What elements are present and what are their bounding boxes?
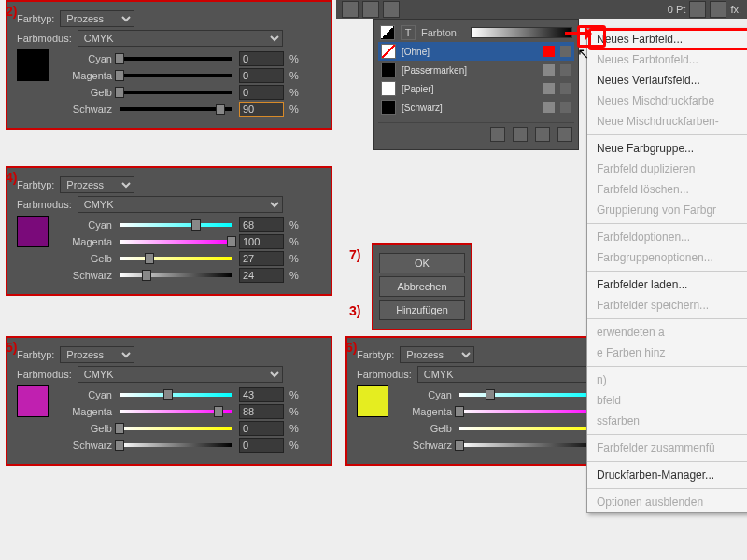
gelb-value[interactable] <box>239 85 284 100</box>
farbtyp-label: Farbtyp: <box>17 13 54 24</box>
swatch-chip <box>381 81 396 96</box>
step-label-2: 2) <box>6 4 17 19</box>
menu-item: e Farben hinz <box>587 343 747 363</box>
cmyk-panel-4: 4) Farbtyp:Prozess Farbmodus:CMYK Cyan% … <box>6 166 332 296</box>
trash-icon[interactable] <box>557 127 572 142</box>
swatch-type-icon <box>543 102 555 113</box>
swatch-mode-icon <box>560 46 571 57</box>
schwarz-slider[interactable] <box>120 105 232 113</box>
schwarz-value[interactable] <box>239 102 284 117</box>
swatch-name: [Passermarken] <box>402 65 538 76</box>
swatch-row[interactable]: [Ohne] <box>378 42 574 61</box>
schwarz-slider[interactable] <box>459 441 599 449</box>
swatches-footer <box>378 122 574 146</box>
cyan-slider[interactable] <box>120 55 232 63</box>
magenta-slider[interactable] <box>120 238 232 245</box>
swatch-preview <box>17 216 49 247</box>
app-toolbar: 0 Pt fx. <box>336 0 747 19</box>
tb-icon[interactable] <box>362 1 379 18</box>
menu-item: Farbfeldoptionen... <box>587 227 747 247</box>
cursor-icon: ↖ <box>577 45 589 63</box>
menu-item: Neue Mischdruckfarben- <box>587 111 747 132</box>
farbtyp-select[interactable]: Prozess <box>400 346 474 363</box>
gelb-slider[interactable] <box>120 89 232 96</box>
swatch-preview <box>17 385 49 417</box>
menu-item: n) <box>587 370 747 390</box>
swatch-type-icon <box>543 64 555 76</box>
gelb-slider[interactable] <box>459 425 599 432</box>
menu-item: erwendeten a <box>587 322 747 343</box>
swatch-type-icon <box>543 83 555 94</box>
farbtyp-select[interactable]: Prozess <box>60 176 134 193</box>
gelb-slider[interactable] <box>120 255 232 262</box>
menu-item[interactable]: Druckfarben-Manager... <box>587 465 747 485</box>
swatch-preview <box>17 49 49 81</box>
magenta-slider[interactable] <box>120 408 232 415</box>
fill-stroke-icon[interactable] <box>380 25 395 40</box>
swatch-chip <box>381 100 396 115</box>
menu-item: Neues Farbtonfeld... <box>587 49 747 70</box>
magenta-slider[interactable] <box>459 408 599 415</box>
menu-item: Gruppierung von Farbgr <box>587 200 747 220</box>
menu-item: Farbfeld duplizieren <box>587 159 747 179</box>
menu-item[interactable]: Farbfelder laden... <box>587 274 747 295</box>
cmyk-panel-2: 2) Farbtyp:Prozess Farbmodus:CMYK Cyan% … <box>6 0 332 130</box>
tint-label: Farbton: <box>421 27 459 38</box>
magenta-slider[interactable] <box>120 72 232 79</box>
farbtyp-select[interactable]: Prozess <box>60 10 134 27</box>
gelb-slider[interactable] <box>120 425 232 432</box>
swatch-chip <box>381 44 396 59</box>
swatch-name: [Ohne] <box>402 47 538 57</box>
farbtyp-select[interactable]: Prozess <box>60 346 134 363</box>
cmyk-panel-5: 5) Farbtyp:Prozess Farbmodus:CMYK Cyan% … <box>6 336 332 466</box>
cancel-button[interactable]: Abbrechen <box>379 276 465 297</box>
stroke-value: 0 Pt <box>668 4 686 15</box>
swatch-mode-icon <box>560 83 571 94</box>
swatches-panel: T Farbton: [Ohne][Passermarken][Papier][… <box>374 19 579 150</box>
menu-item-highlight <box>588 28 747 50</box>
menu-item[interactable]: Neue Farbgruppe... <box>587 138 747 159</box>
farbmodus-label: Farbmodus: <box>17 33 72 44</box>
swatch-row[interactable]: [Passermarken] <box>378 61 574 79</box>
tb-icon[interactable] <box>383 1 400 18</box>
farbmodus-select[interactable]: CMYK <box>78 196 283 213</box>
cyan-value[interactable] <box>239 51 284 66</box>
new-group-icon[interactable] <box>490 127 505 142</box>
arrow-annotation <box>565 32 591 35</box>
text-icon[interactable]: T <box>401 25 416 40</box>
menu-item: Farbfelder zusammenfü <box>587 438 747 458</box>
tint-slider[interactable] <box>471 27 572 38</box>
menu-item[interactable]: Neues Verlaufsfeld... <box>587 70 747 91</box>
schwarz-slider[interactable] <box>120 441 232 449</box>
schwarz-slider[interactable] <box>120 272 232 279</box>
cyan-slider[interactable] <box>120 391 232 399</box>
magenta-value[interactable] <box>239 68 284 83</box>
swatch-row[interactable]: [Papier] <box>378 79 574 98</box>
swatch-name: [Papier] <box>402 84 538 94</box>
farbmodus-select[interactable]: CMYK <box>78 366 283 383</box>
cyan-slider[interactable] <box>459 391 599 399</box>
add-button[interactable]: Hinzufügen <box>379 300 465 320</box>
swatch-row[interactable]: [Schwarz] <box>378 98 574 117</box>
swatches-flyout-menu: Neues Farbfeld...Neues Farbtonfeld...Neu… <box>586 28 747 513</box>
swatch-name: [Schwarz] <box>402 103 538 113</box>
swatch-chip <box>381 63 396 77</box>
tb-icon[interactable] <box>342 1 359 18</box>
menu-item: Neues Mischdruckfarbe <box>587 91 747 111</box>
step-label-7: 7) <box>349 247 360 262</box>
farbmodus-select[interactable]: CMYK <box>78 30 283 47</box>
ok-button[interactable]: OK <box>379 253 465 273</box>
tb-icon[interactable] <box>710 1 726 18</box>
new-swatch-icon[interactable] <box>535 127 550 142</box>
cyan-slider[interactable] <box>120 221 232 229</box>
new-folder-icon[interactable] <box>513 127 528 142</box>
dialog-buttons: OK Abbrechen Hinzufügen <box>372 243 472 330</box>
menu-item: Farbfeld löschen... <box>587 179 747 200</box>
tb-icon[interactable] <box>689 1 706 18</box>
swatch-preview <box>357 385 388 417</box>
step-label-3: 3) <box>349 303 360 318</box>
menu-item: Farbgruppenoptionen... <box>587 247 747 268</box>
menu-item: ssfarben <box>587 411 747 431</box>
swatch-mode-icon <box>560 102 571 113</box>
menu-item: Optionen ausblenden <box>587 492 747 512</box>
